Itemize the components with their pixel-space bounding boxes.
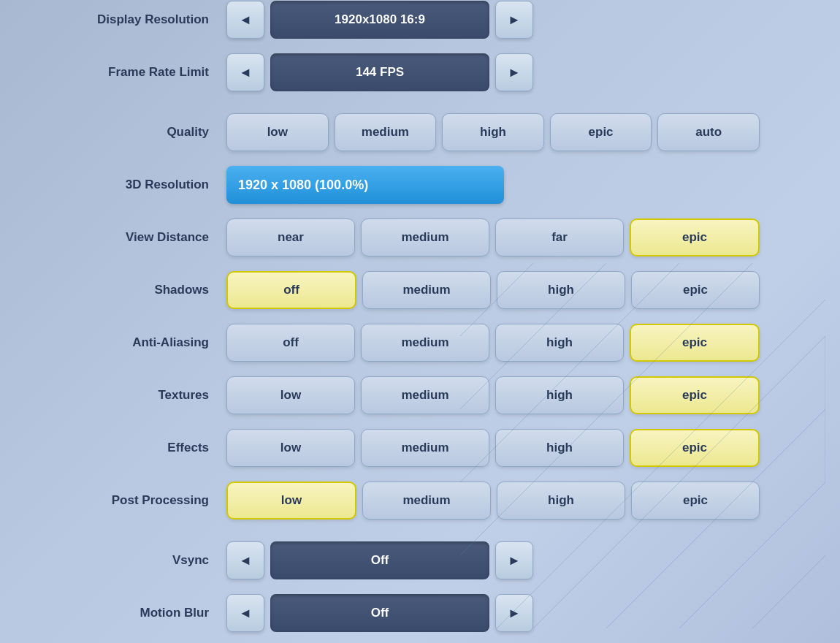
quality-epic[interactable]: epic <box>550 113 652 151</box>
effects-high[interactable]: high <box>495 429 624 467</box>
display-resolution-prev[interactable]: ◄ <box>226 1 264 39</box>
quality-medium[interactable]: medium <box>335 113 437 151</box>
3d-resolution-row: 3D Resolution 1920 x 1080 (100.0%) <box>80 164 760 206</box>
anti-aliasing-off[interactable]: off <box>226 324 355 362</box>
shadows-row: Shadows off medium high epic <box>80 269 760 311</box>
anti-aliasing-high[interactable]: high <box>495 324 624 362</box>
shadows-controls: off medium high epic <box>226 271 760 309</box>
quality-label: Quality <box>80 125 226 140</box>
shadows-off[interactable]: off <box>226 271 356 309</box>
effects-medium[interactable]: medium <box>361 429 489 467</box>
view-distance-near[interactable]: near <box>226 218 355 256</box>
vsync-value: Off <box>270 541 489 579</box>
post-processing-controls: low medium high epic <box>226 482 760 520</box>
motion-blur-prev[interactable]: ◄ <box>226 594 264 632</box>
motion-blur-row: Motion Blur ◄ Off ► <box>80 592 760 634</box>
3d-resolution-label: 3D Resolution <box>80 178 226 192</box>
3d-resolution-value: 1920 x 1080 (100.0%) <box>226 166 504 204</box>
effects-controls: low medium high epic <box>226 429 760 467</box>
display-resolution-next[interactable]: ► <box>495 1 533 39</box>
view-distance-medium[interactable]: medium <box>361 218 489 256</box>
effects-row: Effects low medium high epic <box>80 427 760 469</box>
shadows-epic[interactable]: epic <box>631 271 760 309</box>
shadows-high[interactable]: high <box>497 271 625 309</box>
textures-label: Textures <box>80 388 226 403</box>
anti-aliasing-medium[interactable]: medium <box>361 324 489 362</box>
quality-high[interactable]: high <box>442 113 544 151</box>
display-resolution-row: Display Resolution ◄ 1920x1080 16:9 ► <box>80 0 760 41</box>
frame-rate-value: 144 FPS <box>270 53 489 91</box>
anti-aliasing-epic[interactable]: epic <box>630 324 760 362</box>
motion-blur-label: Motion Blur <box>80 606 226 620</box>
anti-aliasing-row: Anti-Aliasing off medium high epic <box>80 322 760 364</box>
quality-low[interactable]: low <box>226 113 329 151</box>
quality-auto[interactable]: auto <box>657 113 760 151</box>
view-distance-row: View Distance near medium far epic <box>80 216 760 259</box>
frame-rate-prev[interactable]: ◄ <box>226 53 264 91</box>
view-distance-label: View Distance <box>80 230 226 245</box>
effects-epic[interactable]: epic <box>630 429 760 467</box>
display-resolution-value: 1920x1080 16:9 <box>270 1 489 39</box>
shadows-medium[interactable]: medium <box>362 271 491 309</box>
motion-blur-value: Off <box>270 594 489 632</box>
motion-blur-next[interactable]: ► <box>495 594 533 632</box>
view-distance-controls: near medium far epic <box>226 218 760 256</box>
vsync-next[interactable]: ► <box>495 541 533 579</box>
textures-controls: low medium high epic <box>226 376 760 414</box>
effects-low[interactable]: low <box>226 429 355 467</box>
textures-medium[interactable]: medium <box>361 376 489 414</box>
motion-blur-controls: ◄ Off ► <box>226 594 760 632</box>
textures-low[interactable]: low <box>226 376 355 414</box>
display-resolution-controls: ◄ 1920x1080 16:9 ► <box>226 1 760 39</box>
post-processing-label: Post Processing <box>80 493 226 508</box>
quality-row: Quality low medium high epic auto <box>80 111 760 153</box>
post-processing-row: Post Processing low medium high epic <box>80 479 760 522</box>
frame-rate-label: Frame Rate Limit <box>80 65 226 80</box>
post-processing-medium[interactable]: medium <box>362 482 491 520</box>
view-distance-far[interactable]: far <box>495 218 624 256</box>
quality-controls: low medium high epic auto <box>226 113 760 151</box>
anti-aliasing-label: Anti-Aliasing <box>80 335 226 350</box>
effects-label: Effects <box>80 441 226 455</box>
post-processing-high[interactable]: high <box>497 482 625 520</box>
frame-rate-row: Frame Rate Limit ◄ 144 FPS ► <box>80 51 760 94</box>
vsync-controls: ◄ Off ► <box>226 541 760 579</box>
frame-rate-controls: ◄ 144 FPS ► <box>226 53 760 91</box>
textures-epic[interactable]: epic <box>630 376 760 414</box>
vsync-label: Vsync <box>80 553 226 568</box>
post-processing-epic[interactable]: epic <box>631 482 760 520</box>
vsync-prev[interactable]: ◄ <box>226 541 264 579</box>
textures-row: Textures low medium high epic <box>80 374 760 416</box>
post-processing-low[interactable]: low <box>226 482 356 520</box>
settings-panel: Window Mode ◄ Fullscreen ► Display Resol… <box>37 0 803 643</box>
3d-resolution-controls: 1920 x 1080 (100.0%) <box>226 166 760 204</box>
vsync-row: Vsync ◄ Off ► <box>80 539 760 582</box>
frame-rate-next[interactable]: ► <box>495 53 533 91</box>
shadows-label: Shadows <box>80 283 226 297</box>
view-distance-epic[interactable]: epic <box>630 218 760 256</box>
display-resolution-label: Display Resolution <box>80 12 226 27</box>
anti-aliasing-controls: off medium high epic <box>226 324 760 362</box>
textures-high[interactable]: high <box>495 376 624 414</box>
